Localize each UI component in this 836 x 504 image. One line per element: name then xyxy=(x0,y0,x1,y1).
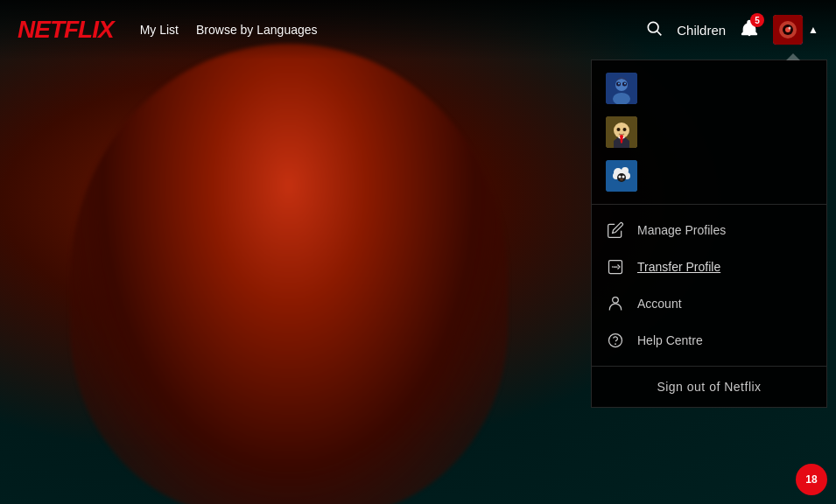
bell-badge: 5 xyxy=(750,13,764,27)
account-item[interactable]: Account xyxy=(592,285,826,322)
notifications-bell[interactable]: 5 xyxy=(740,18,759,41)
nav-links: My List Browse by Languages xyxy=(140,23,646,37)
svg-point-30 xyxy=(613,298,619,304)
avatar-image xyxy=(773,15,803,45)
profile-avatar-1 xyxy=(606,73,637,104)
dropdown-menu-items: Manage Profiles Transfer Profile Acco xyxy=(592,205,826,367)
search-button[interactable] xyxy=(645,19,663,41)
profile-item-2[interactable] xyxy=(606,113,812,151)
nav-browse-by-languages[interactable]: Browse by Languages xyxy=(196,23,318,37)
navbar: NETFLIX My List Browse by Languages Chil… xyxy=(0,0,836,60)
profile-item-3[interactable] xyxy=(606,157,812,195)
nav-right: Children 5 ▲ xyxy=(645,15,818,45)
svg-line-1 xyxy=(657,31,662,35)
svg-point-25 xyxy=(619,176,622,178)
avatar-button[interactable]: ▲ xyxy=(773,15,818,45)
transfer-profile-label: Transfer Profile xyxy=(637,260,720,274)
netflix-logo: NETFLIX xyxy=(18,16,114,44)
svg-point-17 xyxy=(623,128,627,131)
account-label: Account xyxy=(637,297,682,311)
question-icon xyxy=(606,331,625,350)
svg-point-0 xyxy=(649,22,659,32)
pencil-icon xyxy=(606,220,625,240)
transfer-profile-item[interactable]: Transfer Profile xyxy=(592,248,826,285)
svg-point-29 xyxy=(612,266,614,268)
svg-point-12 xyxy=(618,83,620,85)
signout-section: Sign out of Netflix xyxy=(592,367,826,407)
dropdown-profiles xyxy=(592,60,826,205)
svg-point-27 xyxy=(620,178,623,181)
svg-point-6 xyxy=(789,27,791,30)
help-centre-item[interactable]: Help Centre xyxy=(592,322,826,359)
profile-item-1[interactable] xyxy=(606,69,812,108)
caret-icon: ▲ xyxy=(808,24,818,36)
manage-profiles-label: Manage Profiles xyxy=(637,223,726,237)
svg-point-31 xyxy=(609,334,622,347)
children-button[interactable]: Children xyxy=(677,23,726,38)
svg-point-26 xyxy=(622,176,625,178)
person-silhouette xyxy=(70,44,508,504)
profile-avatar-3 xyxy=(606,160,637,192)
transfer-icon xyxy=(606,257,625,276)
signout-button[interactable]: Sign out of Netflix xyxy=(657,380,761,394)
svg-point-13 xyxy=(624,83,626,85)
nav-my-list[interactable]: My List xyxy=(140,23,179,37)
age-badge: 18 xyxy=(796,464,827,495)
manage-profiles-item[interactable]: Manage Profiles xyxy=(592,212,826,248)
person-icon xyxy=(606,294,625,313)
help-centre-label: Help Centre xyxy=(637,333,703,347)
svg-point-16 xyxy=(617,128,621,131)
profile-avatar-2 xyxy=(606,116,637,148)
profile-dropdown: Manage Profiles Transfer Profile Acco xyxy=(591,60,827,408)
